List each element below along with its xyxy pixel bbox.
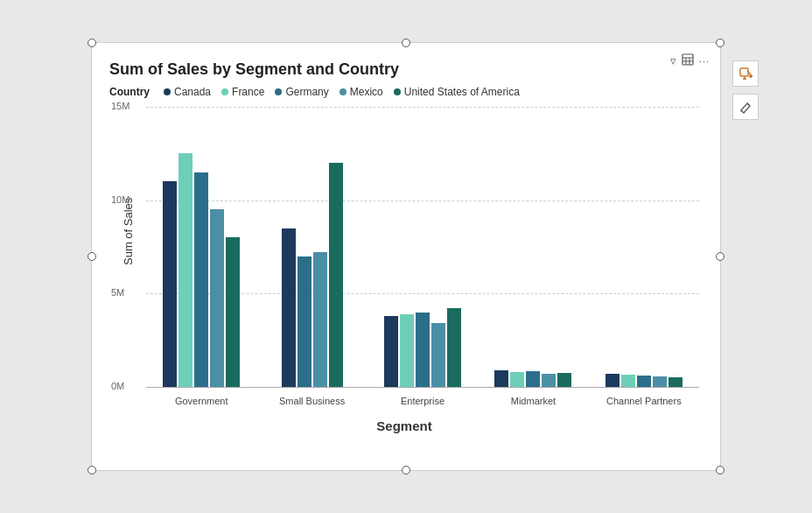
legend-dot [394, 88, 401, 95]
handle-mid-left[interactable] [88, 252, 96, 261]
chart-title: Sum of Sales by Segment and Country [109, 60, 699, 79]
handle-top-left[interactable] [88, 39, 96, 47]
table-icon[interactable] [682, 53, 694, 68]
legend-item-label: United States of America [404, 86, 520, 98]
bars-area: GovernmentSmall BusinessEnterpriseMidmar… [146, 107, 699, 387]
segment-group-midmarket: Midmarket [478, 107, 588, 387]
handle-mid-right[interactable] [716, 252, 724, 261]
legend-label: Country [109, 86, 150, 98]
bar-small-business-mexico[interactable] [313, 252, 327, 387]
bar-enterprise-germany[interactable] [416, 313, 430, 387]
legend: Country CanadaFranceGermanyMexicoUnited … [109, 86, 699, 98]
segment-label-government: Government [175, 396, 228, 406]
bar-government-germany[interactable] [194, 172, 208, 387]
segment-label-enterprise: Enterprise [401, 396, 444, 406]
bar-enterprise-mexico[interactable] [431, 323, 445, 387]
bar-small-business-canada[interactable] [282, 228, 296, 387]
handle-bot-mid[interactable] [402, 466, 410, 474]
segment-group-channel-partners: Channel Partners [589, 107, 699, 387]
bar-channel-partners-united-states-of-america[interactable] [668, 377, 682, 387]
segment-group-government: Government [146, 107, 256, 387]
legend-item-label: Mexico [350, 86, 383, 98]
bar-midmarket-france[interactable] [510, 372, 524, 387]
legend-item-label: Germany [285, 86, 328, 98]
bar-enterprise-united-states-of-america[interactable] [447, 308, 461, 387]
legend-item-mexico: Mexico [340, 86, 383, 98]
segment-group-small-business: Small Business [256, 107, 367, 387]
bar-government-mexico[interactable] [210, 209, 224, 387]
legend-item-label: France [232, 86, 264, 98]
bar-channel-partners-germany[interactable] [637, 376, 651, 387]
legend-item-united-states-of-america: United States of America [394, 86, 520, 98]
legend-item-label: Canada [174, 86, 211, 98]
legend-item-germany: Germany [275, 86, 328, 98]
y-axis-wrapper: Sum of Sales [109, 107, 146, 387]
bar-enterprise-france[interactable] [400, 314, 414, 387]
legend-dot [275, 88, 282, 95]
legend-dot [340, 88, 346, 95]
x-axis-label: Segment [109, 418, 699, 433]
legend-item-france: France [221, 86, 264, 98]
segment-label-channel-partners: Channel Partners [606, 396, 682, 406]
bar-midmarket-united-states-of-america[interactable] [557, 373, 571, 387]
legend-item-canada: Canada [164, 86, 211, 98]
handle-bot-left[interactable] [88, 466, 96, 474]
handle-top-right[interactable] [716, 39, 724, 47]
svg-rect-0 [740, 68, 748, 76]
pencil-icon[interactable] [732, 94, 759, 120]
svg-point-2 [749, 74, 752, 78]
svg-rect-1 [743, 78, 746, 80]
chart-plot: 15M 10M 5M 0M GovernmentSmall BusinessEn… [146, 107, 699, 387]
bar-government-canada[interactable] [163, 181, 177, 387]
segment-label-midmarket: Midmarket [511, 396, 556, 406]
bar-channel-partners-mexico[interactable] [653, 376, 667, 387]
bar-channel-partners-canada[interactable] [606, 374, 620, 387]
y-axis-label: Sum of Sales [122, 228, 135, 265]
bar-enterprise-canada[interactable] [384, 316, 398, 387]
chart-wrapper: Sum of Sales 15M 10M 5M 0M Government [109, 107, 699, 387]
bar-midmarket-mexico[interactable] [542, 374, 556, 387]
bar-small-business-germany[interactable] [298, 256, 312, 387]
bar-government-france[interactable] [178, 153, 192, 387]
bar-channel-partners-france[interactable] [621, 375, 635, 387]
handle-bot-right[interactable] [716, 466, 724, 474]
bar-midmarket-canada[interactable] [494, 370, 508, 387]
filter-icon[interactable]: ▿ [670, 54, 676, 67]
handle-top-mid[interactable] [402, 39, 410, 47]
legend-dot [221, 88, 228, 95]
bar-midmarket-germany[interactable] [526, 371, 540, 387]
toolbar-icons: ▿ ··· [670, 53, 710, 68]
paint-bucket-icon[interactable] [732, 60, 759, 87]
legend-dot [164, 88, 171, 95]
grid-line-0m: 0M [146, 387, 699, 388]
svg-rect-3 [682, 54, 693, 65]
segment-label-small-business: Small Business [279, 396, 345, 406]
more-icon[interactable]: ··· [699, 56, 710, 67]
bar-small-business-united-states-of-america[interactable] [329, 163, 343, 387]
side-icons [732, 60, 759, 120]
segment-group-enterprise: Enterprise [368, 107, 478, 387]
bar-government-united-states-of-america[interactable] [226, 237, 240, 387]
chart-container: ▿ ··· Sum of Sales by Segment and Countr… [91, 42, 721, 471]
